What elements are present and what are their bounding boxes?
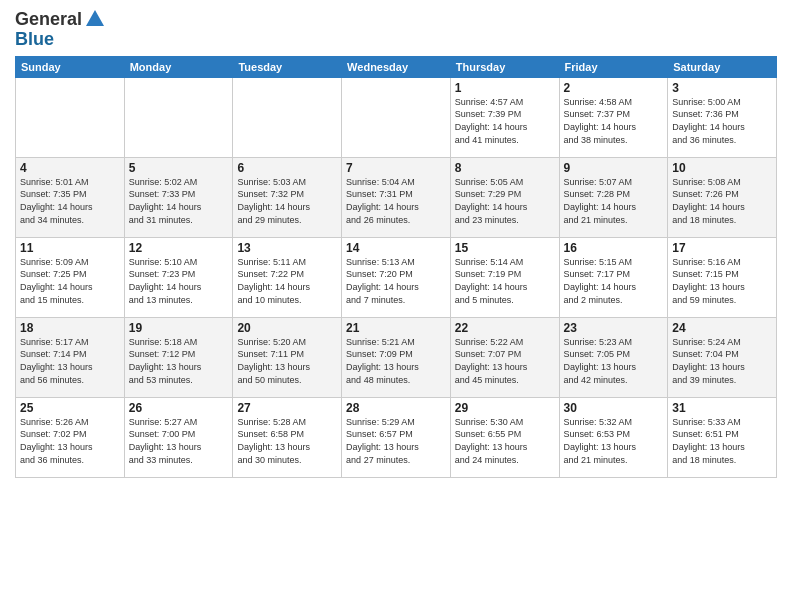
day-number: 29 (455, 401, 555, 415)
table-row: 12Sunrise: 5:10 AMSunset: 7:23 PMDayligh… (124, 237, 233, 317)
day-info: Sunrise: 5:26 AMSunset: 7:02 PMDaylight:… (20, 416, 120, 466)
day-info: Sunrise: 5:17 AMSunset: 7:14 PMDaylight:… (20, 336, 120, 386)
day-info: Sunrise: 5:23 AMSunset: 7:05 PMDaylight:… (564, 336, 664, 386)
header: General Blue (15, 10, 777, 50)
table-row: 27Sunrise: 5:28 AMSunset: 6:58 PMDayligh… (233, 397, 342, 477)
day-number: 31 (672, 401, 772, 415)
day-info: Sunrise: 5:13 AMSunset: 7:20 PMDaylight:… (346, 256, 446, 306)
day-info: Sunrise: 5:09 AMSunset: 7:25 PMDaylight:… (20, 256, 120, 306)
table-row: 20Sunrise: 5:20 AMSunset: 7:11 PMDayligh… (233, 317, 342, 397)
table-row: 7Sunrise: 5:04 AMSunset: 7:31 PMDaylight… (342, 157, 451, 237)
day-info: Sunrise: 5:08 AMSunset: 7:26 PMDaylight:… (672, 176, 772, 226)
table-row: 29Sunrise: 5:30 AMSunset: 6:55 PMDayligh… (450, 397, 559, 477)
table-row: 22Sunrise: 5:22 AMSunset: 7:07 PMDayligh… (450, 317, 559, 397)
col-wednesday: Wednesday (342, 56, 451, 77)
table-row (342, 77, 451, 157)
table-row: 25Sunrise: 5:26 AMSunset: 7:02 PMDayligh… (16, 397, 125, 477)
table-row: 15Sunrise: 5:14 AMSunset: 7:19 PMDayligh… (450, 237, 559, 317)
col-sunday: Sunday (16, 56, 125, 77)
day-number: 30 (564, 401, 664, 415)
table-row: 6Sunrise: 5:03 AMSunset: 7:32 PMDaylight… (233, 157, 342, 237)
table-row: 28Sunrise: 5:29 AMSunset: 6:57 PMDayligh… (342, 397, 451, 477)
col-monday: Monday (124, 56, 233, 77)
table-row: 26Sunrise: 5:27 AMSunset: 7:00 PMDayligh… (124, 397, 233, 477)
day-number: 25 (20, 401, 120, 415)
day-number: 16 (564, 241, 664, 255)
logo-icon (84, 8, 106, 30)
calendar-header-row: Sunday Monday Tuesday Wednesday Thursday… (16, 56, 777, 77)
table-row: 14Sunrise: 5:13 AMSunset: 7:20 PMDayligh… (342, 237, 451, 317)
day-info: Sunrise: 4:57 AMSunset: 7:39 PMDaylight:… (455, 96, 555, 146)
calendar-week-0: 1Sunrise: 4:57 AMSunset: 7:39 PMDaylight… (16, 77, 777, 157)
table-row: 30Sunrise: 5:32 AMSunset: 6:53 PMDayligh… (559, 397, 668, 477)
day-info: Sunrise: 5:01 AMSunset: 7:35 PMDaylight:… (20, 176, 120, 226)
day-number: 27 (237, 401, 337, 415)
day-info: Sunrise: 5:30 AMSunset: 6:55 PMDaylight:… (455, 416, 555, 466)
svg-marker-0 (86, 10, 104, 26)
logo: General Blue (15, 10, 106, 50)
day-number: 1 (455, 81, 555, 95)
table-row: 10Sunrise: 5:08 AMSunset: 7:26 PMDayligh… (668, 157, 777, 237)
day-info: Sunrise: 5:14 AMSunset: 7:19 PMDaylight:… (455, 256, 555, 306)
table-row (124, 77, 233, 157)
day-info: Sunrise: 5:10 AMSunset: 7:23 PMDaylight:… (129, 256, 229, 306)
page: General Blue Sunday Monday Tuesday Wedne… (0, 0, 792, 612)
day-number: 2 (564, 81, 664, 95)
table-row: 13Sunrise: 5:11 AMSunset: 7:22 PMDayligh… (233, 237, 342, 317)
col-tuesday: Tuesday (233, 56, 342, 77)
day-info: Sunrise: 5:00 AMSunset: 7:36 PMDaylight:… (672, 96, 772, 146)
day-number: 10 (672, 161, 772, 175)
table-row: 2Sunrise: 4:58 AMSunset: 7:37 PMDaylight… (559, 77, 668, 157)
day-number: 21 (346, 321, 446, 335)
table-row (233, 77, 342, 157)
day-info: Sunrise: 5:28 AMSunset: 6:58 PMDaylight:… (237, 416, 337, 466)
table-row: 3Sunrise: 5:00 AMSunset: 7:36 PMDaylight… (668, 77, 777, 157)
day-info: Sunrise: 5:29 AMSunset: 6:57 PMDaylight:… (346, 416, 446, 466)
col-saturday: Saturday (668, 56, 777, 77)
day-number: 5 (129, 161, 229, 175)
day-number: 6 (237, 161, 337, 175)
day-number: 19 (129, 321, 229, 335)
day-number: 23 (564, 321, 664, 335)
day-number: 15 (455, 241, 555, 255)
table-row: 4Sunrise: 5:01 AMSunset: 7:35 PMDaylight… (16, 157, 125, 237)
calendar-week-4: 25Sunrise: 5:26 AMSunset: 7:02 PMDayligh… (16, 397, 777, 477)
table-row: 16Sunrise: 5:15 AMSunset: 7:17 PMDayligh… (559, 237, 668, 317)
table-row: 11Sunrise: 5:09 AMSunset: 7:25 PMDayligh… (16, 237, 125, 317)
day-number: 4 (20, 161, 120, 175)
table-row: 31Sunrise: 5:33 AMSunset: 6:51 PMDayligh… (668, 397, 777, 477)
day-info: Sunrise: 5:07 AMSunset: 7:28 PMDaylight:… (564, 176, 664, 226)
day-number: 11 (20, 241, 120, 255)
calendar-week-3: 18Sunrise: 5:17 AMSunset: 7:14 PMDayligh… (16, 317, 777, 397)
logo-general: General (15, 10, 82, 30)
day-number: 9 (564, 161, 664, 175)
day-info: Sunrise: 5:24 AMSunset: 7:04 PMDaylight:… (672, 336, 772, 386)
table-row: 18Sunrise: 5:17 AMSunset: 7:14 PMDayligh… (16, 317, 125, 397)
day-info: Sunrise: 5:11 AMSunset: 7:22 PMDaylight:… (237, 256, 337, 306)
calendar-table: Sunday Monday Tuesday Wednesday Thursday… (15, 56, 777, 478)
day-number: 14 (346, 241, 446, 255)
day-number: 22 (455, 321, 555, 335)
day-info: Sunrise: 5:32 AMSunset: 6:53 PMDaylight:… (564, 416, 664, 466)
day-number: 13 (237, 241, 337, 255)
table-row: 1Sunrise: 4:57 AMSunset: 7:39 PMDaylight… (450, 77, 559, 157)
day-number: 17 (672, 241, 772, 255)
table-row: 9Sunrise: 5:07 AMSunset: 7:28 PMDaylight… (559, 157, 668, 237)
day-info: Sunrise: 5:04 AMSunset: 7:31 PMDaylight:… (346, 176, 446, 226)
table-row: 19Sunrise: 5:18 AMSunset: 7:12 PMDayligh… (124, 317, 233, 397)
day-info: Sunrise: 5:15 AMSunset: 7:17 PMDaylight:… (564, 256, 664, 306)
day-info: Sunrise: 5:27 AMSunset: 7:00 PMDaylight:… (129, 416, 229, 466)
col-thursday: Thursday (450, 56, 559, 77)
day-info: Sunrise: 4:58 AMSunset: 7:37 PMDaylight:… (564, 96, 664, 146)
table-row: 17Sunrise: 5:16 AMSunset: 7:15 PMDayligh… (668, 237, 777, 317)
table-row (16, 77, 125, 157)
day-number: 26 (129, 401, 229, 415)
day-number: 12 (129, 241, 229, 255)
day-info: Sunrise: 5:21 AMSunset: 7:09 PMDaylight:… (346, 336, 446, 386)
col-friday: Friday (559, 56, 668, 77)
table-row: 24Sunrise: 5:24 AMSunset: 7:04 PMDayligh… (668, 317, 777, 397)
day-info: Sunrise: 5:20 AMSunset: 7:11 PMDaylight:… (237, 336, 337, 386)
day-info: Sunrise: 5:03 AMSunset: 7:32 PMDaylight:… (237, 176, 337, 226)
day-info: Sunrise: 5:18 AMSunset: 7:12 PMDaylight:… (129, 336, 229, 386)
day-info: Sunrise: 5:22 AMSunset: 7:07 PMDaylight:… (455, 336, 555, 386)
